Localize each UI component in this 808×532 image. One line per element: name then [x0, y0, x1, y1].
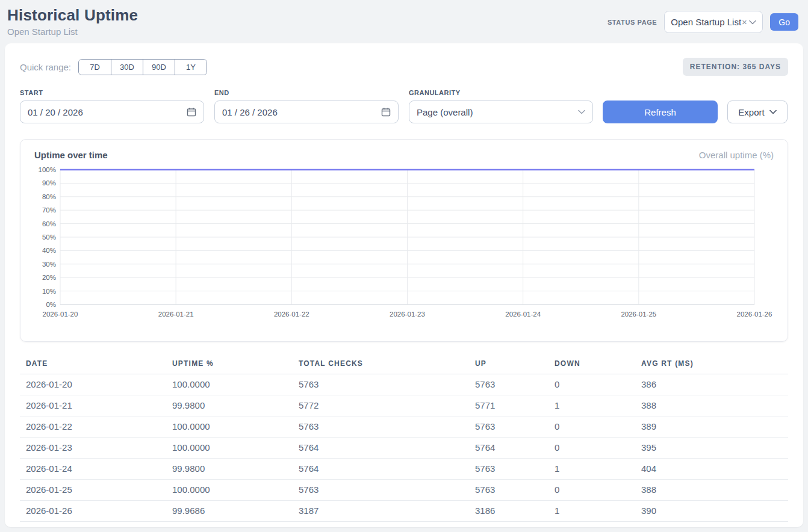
quick-range-group: 7D30D90D1Y: [78, 59, 207, 75]
cell-date: 2026-01-22: [20, 416, 166, 438]
refresh-button[interactable]: Refresh: [603, 101, 718, 123]
quick-range-button-30d[interactable]: 30D: [111, 60, 143, 75]
cell-avg-rt: 389: [635, 416, 788, 438]
chevron-down-icon: [578, 110, 585, 114]
cell-up: 3186: [469, 501, 549, 522]
svg-text:60%: 60%: [42, 220, 56, 227]
cell-up: 5763: [469, 416, 549, 438]
cell-date: 2026-01-21: [20, 395, 166, 416]
cell-avg-rt: 386: [635, 374, 788, 395]
granularity-field: GRANULARITY Page (overall): [409, 89, 593, 123]
uptime-table: DATEUPTIME %TOTAL CHECKSUPDOWNAVG RT (MS…: [20, 354, 788, 522]
cell-up: 5764: [469, 438, 549, 459]
cell-up: 5763: [469, 480, 549, 501]
start-date-input[interactable]: 01 / 20 / 2026: [20, 101, 204, 123]
table-row: 2026-01-23 100.0000 5764 5764 0 395: [20, 438, 788, 459]
column-header: DOWN: [549, 354, 635, 374]
column-header: TOTAL CHECKS: [293, 354, 469, 374]
table-row: 2026-01-25 100.0000 5763 5763 0 388: [20, 480, 788, 501]
quick-range-row: Quick range: 7D30D90D1Y RETENTION: 365 D…: [20, 58, 788, 76]
header-controls: STATUS PAGE Open Startup List× Go: [608, 11, 798, 33]
cell-avg-rt: 404: [635, 459, 788, 480]
granularity-label: GRANULARITY: [409, 89, 593, 96]
cell-down: 1: [549, 501, 635, 522]
status-page-label: STATUS PAGE: [608, 19, 657, 26]
start-date-value: 01 / 20 / 2026: [28, 107, 83, 117]
granularity-value: Page (overall): [417, 107, 473, 117]
cell-date: 2026-01-20: [20, 374, 166, 395]
retention-badge: RETENTION: 365 DAYS: [683, 58, 788, 76]
chart-svg: 0%10%20%30%40%50%60%70%80%90%100%2026-01…: [34, 165, 774, 320]
cell-uptime: 100.0000: [166, 438, 293, 459]
status-page-select[interactable]: Open Startup List×: [664, 11, 763, 33]
svg-text:20%: 20%: [42, 274, 56, 281]
cell-total-checks: 3187: [293, 501, 469, 522]
svg-text:2026-01-25: 2026-01-25: [621, 311, 656, 318]
filters-row: START 01 / 20 / 2026 END 01 / 26 / 2026 …: [20, 89, 788, 123]
svg-text:2026-01-23: 2026-01-23: [390, 311, 425, 318]
title-block: Historical Uptime Open Startup List: [7, 6, 138, 37]
end-date-field: END 01 / 26 / 2026: [214, 89, 399, 123]
chart-title: Uptime over time: [34, 150, 108, 160]
status-page-value: Open Startup List: [671, 17, 741, 27]
cell-uptime: 99.9800: [166, 395, 293, 416]
export-button[interactable]: Export: [727, 101, 788, 123]
clear-selection-icon[interactable]: ×: [742, 17, 747, 27]
cell-up: 5771: [469, 395, 549, 416]
go-button[interactable]: Go: [770, 13, 798, 31]
cell-total-checks: 5764: [293, 459, 469, 480]
cell-total-checks: 5772: [293, 395, 469, 416]
svg-text:2026-01-20: 2026-01-20: [43, 311, 78, 318]
cell-date: 2026-01-26: [20, 501, 166, 522]
cell-total-checks: 5763: [293, 480, 469, 501]
cell-uptime: 100.0000: [166, 480, 293, 501]
granularity-select[interactable]: Page (overall): [409, 101, 593, 123]
page-subtitle: Open Startup List: [7, 26, 138, 37]
cell-date: 2026-01-25: [20, 480, 166, 501]
end-date-input[interactable]: 01 / 26 / 2026: [214, 101, 399, 123]
main-panel: Quick range: 7D30D90D1Y RETENTION: 365 D…: [5, 43, 803, 527]
cell-uptime: 100.0000: [166, 374, 293, 395]
svg-text:10%: 10%: [42, 288, 56, 295]
svg-text:2026-01-21: 2026-01-21: [158, 311, 194, 318]
quick-range-button-7d[interactable]: 7D: [79, 60, 111, 75]
svg-text:0%: 0%: [46, 301, 56, 308]
end-label: END: [214, 89, 399, 96]
cell-down: 0: [549, 438, 635, 459]
cell-uptime: 99.9800: [166, 459, 293, 480]
svg-text:40%: 40%: [42, 247, 56, 254]
svg-text:30%: 30%: [42, 261, 56, 268]
chart-legend: Overall uptime (%): [699, 150, 774, 160]
cell-down: 1: [549, 395, 635, 416]
table-row: 2026-01-22 100.0000 5763 5763 0 389: [20, 416, 788, 438]
chevron-down-icon: [749, 20, 756, 25]
svg-text:80%: 80%: [42, 193, 56, 200]
cell-avg-rt: 388: [635, 480, 788, 501]
end-date-value: 01 / 26 / 2026: [222, 107, 278, 117]
svg-text:100%: 100%: [39, 166, 56, 173]
svg-text:70%: 70%: [42, 206, 56, 214]
cell-down: 1: [549, 459, 635, 480]
svg-text:2026-01-26: 2026-01-26: [737, 311, 772, 318]
table-header-row: DATEUPTIME %TOTAL CHECKSUPDOWNAVG RT (MS…: [20, 354, 788, 374]
cell-down: 0: [549, 374, 635, 395]
svg-text:2026-01-22: 2026-01-22: [274, 311, 309, 318]
page-header: Historical Uptime Open Startup List STAT…: [0, 0, 808, 43]
cell-down: 0: [549, 416, 635, 438]
start-label: START: [20, 89, 204, 96]
table-row: 2026-01-20 100.0000 5763 5763 0 386: [20, 374, 788, 395]
cell-avg-rt: 390: [635, 501, 788, 522]
page-title: Historical Uptime: [7, 6, 138, 25]
calendar-icon[interactable]: [187, 107, 196, 117]
export-label: Export: [738, 107, 764, 117]
quick-range-button-90d[interactable]: 90D: [143, 60, 175, 75]
cell-total-checks: 5763: [293, 374, 469, 395]
table-row: 2026-01-26 99.9686 3187 3186 1 390: [20, 501, 788, 522]
calendar-icon[interactable]: [381, 107, 391, 117]
cell-up: 5763: [469, 374, 549, 395]
uptime-chart-card: Uptime over time Overall uptime (%) 0%10…: [20, 139, 788, 342]
cell-down: 0: [549, 480, 635, 501]
column-header: DATE: [20, 354, 166, 374]
quick-range-label: Quick range:: [20, 62, 71, 72]
quick-range-button-1y[interactable]: 1Y: [175, 60, 207, 75]
